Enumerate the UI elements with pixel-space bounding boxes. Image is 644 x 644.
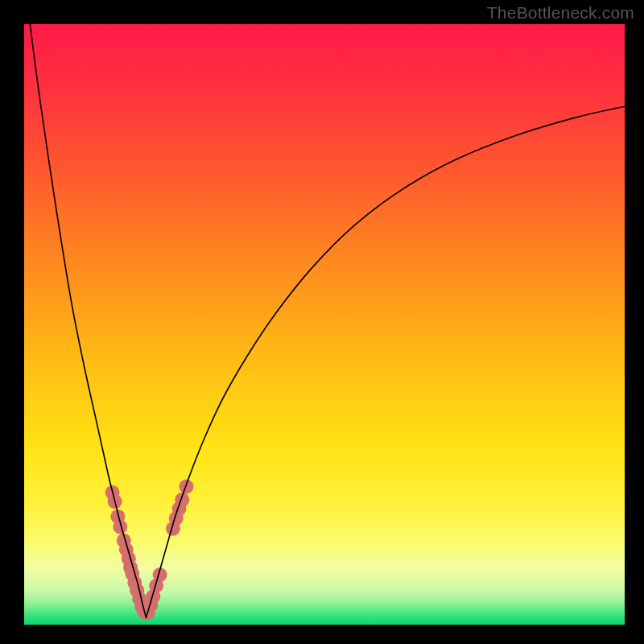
right-branch-curve [146,106,625,617]
left-branch-curve [27,24,147,617]
plot-area [24,24,625,625]
chart-frame: TheBottleneck.com [0,0,644,644]
curves-layer [24,24,625,625]
watermark-text: TheBottleneck.com [487,3,634,23]
